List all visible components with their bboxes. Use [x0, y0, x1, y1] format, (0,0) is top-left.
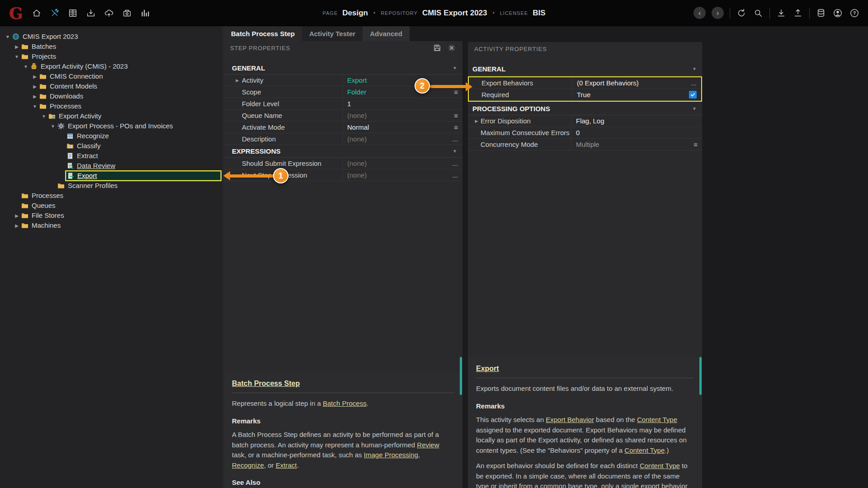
download-icon[interactable] [776, 8, 787, 19]
dropdown-menu-icon[interactable]: ≡ [445, 112, 462, 119]
collapsed-arrow-icon[interactable]: ▶ [233, 78, 242, 83]
cloud-upload-icon[interactable] [104, 8, 114, 19]
tree-item-machines[interactable]: ▶Machines [0, 221, 223, 230]
dropdown-menu-icon[interactable]: ≡ [685, 141, 702, 148]
refresh-icon[interactable] [736, 8, 747, 19]
collapsed-arrow-icon[interactable]: ▶ [31, 84, 39, 89]
property-value[interactable]: (0 Export Behaviors) [572, 77, 684, 89]
ellipsis-button[interactable]: ... [445, 160, 462, 167]
tree-item-file-stores[interactable]: ▶File Stores [0, 211, 223, 221]
database-icon[interactable] [816, 8, 826, 19]
help-link-batch-process[interactable]: Batch Process [323, 399, 367, 407]
property-value[interactable]: True [572, 89, 684, 100]
expanded-arrow-icon[interactable]: ▼ [13, 54, 21, 59]
property-value[interactable]: (none) [342, 133, 445, 145]
tree-item-extract[interactable]: Extract [0, 151, 223, 161]
help-scrollbar[interactable] [460, 357, 462, 395]
property-value[interactable]: (none) [342, 158, 445, 169]
property-row-should-submit-expression[interactable]: Should Submit Expression(none)... [224, 158, 462, 169]
property-value[interactable]: (none) [342, 169, 445, 181]
tree-item-projects[interactable]: ▼Projects [0, 52, 223, 61]
inbox-down-icon[interactable] [85, 8, 96, 19]
property-row-activate-mode[interactable]: Activate ModeNormal≡ [224, 122, 462, 133]
expanded-arrow-icon[interactable]: ▼ [22, 64, 30, 69]
bar-chart-icon[interactable] [140, 8, 151, 19]
tree-item-classify[interactable]: Classify [0, 141, 223, 151]
collapsed-arrow-icon[interactable]: ▶ [31, 94, 39, 99]
tree-item-data-review[interactable]: Data Review [0, 161, 223, 171]
tab-activity-tester[interactable]: Activity Tester [302, 26, 363, 41]
help-link-review[interactable]: Review [417, 441, 439, 449]
tree-item-export-activity-cmis-2023[interactable]: ▼Export Activity (CMIS) - 2023 [0, 61, 223, 71]
section-header-processing-options[interactable]: PROCESSING OPTIONS▼ [468, 103, 702, 115]
help-link-recognize[interactable]: Recognize [232, 461, 264, 469]
property-value[interactable]: Export [342, 75, 445, 86]
property-value[interactable]: (none) [342, 110, 445, 121]
section-header-expressions[interactable]: EXPRESSIONS▼ [224, 145, 462, 158]
help-scrollbar[interactable] [699, 357, 702, 395]
back-button[interactable]: ‹ [693, 7, 706, 19]
property-row-error-disposition[interactable]: ▶Error DispositionFlag, Log [468, 115, 702, 127]
dropdown-menu-icon[interactable]: ≡ [445, 123, 462, 131]
tree-item-queues[interactable]: Queues [0, 201, 223, 211]
breadcrumb-repository-value[interactable]: CMIS Export 2023 [422, 9, 487, 18]
tree-item-scanner-profiles[interactable]: Scanner Profiles [0, 181, 223, 191]
help-link-content-type[interactable]: Content Type [624, 446, 665, 454]
tools-icon[interactable] [49, 8, 60, 19]
cancel-icon[interactable] [447, 43, 456, 52]
property-value[interactable]: Flag, Log [571, 115, 685, 127]
section-header-general[interactable]: GENERAL▼ [224, 62, 462, 75]
checkbox-checked[interactable] [689, 91, 697, 99]
help-link-extract[interactable]: Extract [276, 461, 297, 469]
tree-item-downloads[interactable]: ▶Downloads [0, 91, 223, 101]
tree-item-export-process-pos-and-invoices[interactable]: ▼Export Process - POs and Invoices [0, 121, 223, 131]
upload-icon[interactable] [793, 8, 803, 19]
ellipsis-button[interactable]: ... [445, 135, 462, 143]
expanded-arrow-icon[interactable]: ▼ [31, 104, 39, 109]
tree-item-cmis-connection[interactable]: ▶CMIS Connection [0, 71, 223, 81]
property-value[interactable]: Normal [342, 122, 445, 133]
collapsed-arrow-icon[interactable]: ▶ [13, 44, 21, 49]
help-icon[interactable]: ? [849, 8, 860, 19]
property-row-queue-name[interactable]: Queue Name(none)≡ [224, 110, 462, 122]
ellipsis-button[interactable]: ... [684, 79, 701, 87]
forward-button[interactable]: › [712, 7, 724, 19]
dropdown-menu-icon[interactable]: ≡ [445, 88, 462, 96]
tree-item-processes[interactable]: Processes [0, 191, 223, 201]
property-row-export-behaviors[interactable]: Export Behaviors(0 Export Behaviors)... [469, 77, 701, 89]
collapsed-arrow-icon[interactable]: ▶ [13, 213, 21, 218]
tree-item-batches[interactable]: ▶Batches [0, 42, 223, 52]
user-icon[interactable] [832, 8, 843, 19]
help-link-export-behavior[interactable]: Export Behavior [546, 416, 594, 423]
expanded-arrow-icon[interactable]: ▼ [49, 124, 57, 129]
help-link-content-type[interactable]: Content Type [640, 462, 680, 469]
property-value[interactable]: 1 [342, 98, 445, 109]
tree-item-processes[interactable]: ▼Processes [0, 101, 223, 111]
tab-advanced[interactable]: Advanced [363, 26, 410, 41]
tree-item-export[interactable]: Export [0, 171, 223, 181]
property-row-folder-level[interactable]: Folder Level1 [224, 98, 462, 110]
save-icon[interactable] [433, 43, 442, 52]
checkbox-cell[interactable] [684, 91, 701, 99]
property-row-concurrency-mode[interactable]: Concurrency ModeMultiple≡ [468, 139, 702, 150]
help-link-content-type[interactable]: Content Type [637, 416, 677, 423]
property-value[interactable]: Folder [342, 86, 445, 98]
tab-batch-process-step[interactable]: Batch Process Step [224, 26, 302, 41]
property-row-description[interactable]: Description(none)... [224, 133, 462, 145]
collapsed-arrow-icon[interactable]: ▶ [31, 74, 39, 79]
collapsed-arrow-icon[interactable]: ▶ [472, 119, 481, 123]
property-row-maximum-consecutive-errors[interactable]: Maximum Consecutive Errors0 [468, 127, 702, 139]
section-header-general[interactable]: GENERAL▼ [468, 63, 702, 75]
breadcrumb-licensee-value[interactable]: BIS [533, 9, 545, 18]
tree-item-export-activity[interactable]: ▼Export Activity [0, 111, 223, 121]
property-row-required[interactable]: RequiredTrue [469, 89, 701, 101]
expanded-arrow-icon[interactable]: ▼ [4, 34, 12, 39]
home-icon[interactable] [31, 8, 42, 19]
property-value[interactable]: Multiple [571, 139, 685, 150]
box-gear-icon[interactable] [122, 8, 132, 19]
ellipsis-button[interactable]: ... [445, 171, 462, 179]
collapsed-arrow-icon[interactable]: ▶ [13, 223, 21, 228]
tree-item-recognize[interactable]: Recognize [0, 131, 223, 141]
tree-item-cmis-export-2023[interactable]: ▼CMIS Export 2023 [0, 32, 223, 42]
help-link-image-processing[interactable]: Image Processing [364, 451, 418, 459]
